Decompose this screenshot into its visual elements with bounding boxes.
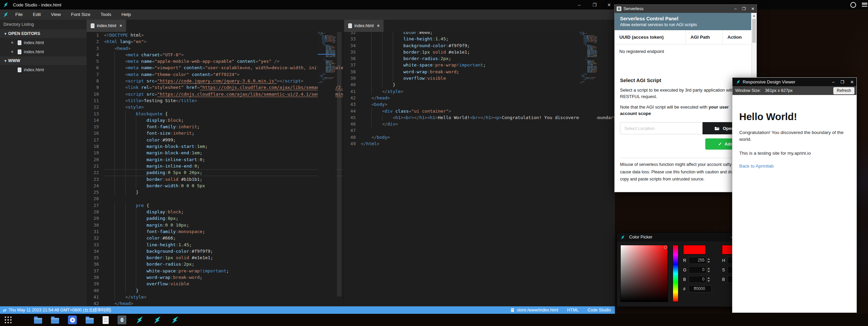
stepper-icon[interactable] [707, 277, 710, 282]
minimap[interactable]: <!DOCTYPE html><html lang="en"> <head> <… [579, 32, 597, 306]
code-studio-logo-icon[interactable] [135, 315, 144, 324]
restore-button[interactable]: ❐ [589, 0, 600, 9]
serverless-app-icon[interactable]: 0 [118, 315, 126, 324]
code-line: 32 color:#666; [87, 235, 343, 241]
code-view[interactable]: 1<!DOCTYPE html>2<html lang="en">3 <head… [87, 32, 343, 306]
app-grid-icon[interactable] [5, 317, 12, 323]
current-color-swatch [683, 245, 706, 254]
code-line: 31 font-family:monospace; [87, 228, 343, 235]
code-line: 8 <script src="https://code.jquery.com/j… [87, 78, 343, 84]
maximize-button[interactable]: ❐ [840, 80, 844, 84]
code-line: 32 color:#666; [343, 32, 615, 36]
testing-site-paragraph: This is a testing site for my.aprint.io [739, 150, 850, 157]
close-icon[interactable]: × [11, 40, 16, 45]
close-icon[interactable]: × [377, 23, 379, 28]
line-number: 10 [87, 91, 104, 97]
minimap[interactable]: <!DOCTYPE html><html lang="en"> <head> <… [318, 32, 335, 306]
line-number: 42 [87, 300, 104, 306]
sidebar-section-open-editors[interactable]: ▾ OPEN EDITORS [0, 29, 87, 38]
stepper-icon[interactable] [707, 268, 710, 272]
menu-font-size[interactable]: Font Size [66, 9, 95, 20]
line-number: 17 [87, 137, 104, 143]
select-agi-script-title: Select AGI Script [620, 77, 746, 83]
menu-view[interactable]: View [46, 9, 66, 20]
code-studio-logo-icon[interactable] [153, 315, 162, 324]
document-icon[interactable] [103, 316, 109, 324]
code-line: 34 background-color:#f9f9f9; [343, 42, 615, 49]
code-line: 35 border:1px solid #e1e1e1; [87, 254, 343, 261]
minimize-button[interactable]: – [832, 80, 834, 84]
window-size-value: 361px x 627px [765, 88, 793, 93]
scrollbar-thumb[interactable] [752, 19, 756, 43]
close-icon[interactable]: × [120, 23, 122, 28]
line-number: 28 [87, 209, 104, 215]
close-button[interactable]: ✕ [603, 0, 615, 9]
open-editor-item[interactable]: × index.html [0, 38, 87, 47]
saturation-value-picker[interactable] [620, 245, 668, 302]
serverless-title-bar[interactable]: 0 Serverless – ❐ ✕ [615, 5, 757, 13]
hue-slider[interactable] [673, 245, 678, 302]
menu-help[interactable]: Help [117, 9, 136, 20]
code-line: 45 <h1><br></h1><h1>Hello World!<br></h1… [343, 114, 615, 121]
language-mode[interactable]: HTML [567, 308, 579, 312]
responsive-viewer-title-bar[interactable]: Responsive Design Viewer – ❐ ✕ [732, 78, 856, 86]
green-value-field[interactable]: 0 [689, 266, 706, 273]
refresh-button[interactable]: Refresh [833, 87, 854, 94]
status-bar: ⇄ Thu May 11 2023 21:54:48 GMT+0800 (台北標… [0, 306, 615, 314]
tree-item-index-html[interactable]: index.html [0, 65, 87, 74]
menu-edit[interactable]: Edit [28, 9, 46, 20]
code-line: 26 [87, 195, 343, 202]
sidebar: Directory Listing ▾ OPEN EDITORS × index… [0, 20, 87, 306]
code-line: 23 border:solid #b1b1b1; [87, 176, 343, 183]
folder-icon[interactable] [51, 318, 59, 324]
folder-icon[interactable] [34, 318, 42, 324]
close-icon[interactable]: × [11, 49, 16, 54]
code-line: 15 font-family:inherit; [87, 123, 343, 130]
code-studio-logo-icon[interactable] [171, 315, 179, 324]
open-editor-item[interactable]: × index.html [0, 47, 87, 56]
minimize-button[interactable]: – [734, 6, 737, 11]
stepper-icon[interactable] [707, 258, 710, 263]
code-line: 40 } [87, 287, 343, 294]
sidebar-section-www[interactable]: ▾ WWW [0, 56, 87, 65]
picker-cursor[interactable] [664, 246, 667, 249]
code-line: 17 color:#999; [87, 137, 343, 143]
line-number: 41 [87, 294, 104, 300]
line-number: 9 [87, 84, 104, 91]
file-path[interactable]: store:/www/index.html [517, 308, 558, 312]
code-line: 41 </style> [343, 88, 615, 95]
blue-value-field[interactable]: 0 [689, 276, 706, 283]
tab-index-html-pane2[interactable]: index.html × [344, 20, 384, 32]
scroll-up-icon[interactable]: ▲ [751, 14, 757, 17]
code-line: 48 </body> [343, 134, 615, 140]
media-folder-icon[interactable] [68, 315, 77, 324]
menu-file[interactable]: File [10, 9, 28, 20]
tab-index-html-pane1[interactable]: index.html × [87, 20, 126, 32]
hamburger-menu-icon[interactable] [859, 0, 868, 9]
menu-tools[interactable]: Tools [95, 9, 117, 20]
close-button[interactable]: ✕ [751, 6, 755, 11]
line-number: 23 [87, 176, 104, 183]
maximize-button[interactable]: ❐ [742, 6, 746, 11]
folder-icon[interactable] [86, 318, 94, 324]
code-line: 36 border-radius:2px; [87, 261, 343, 267]
editor-pane-2[interactable]: 32 color:#666;33 line-height:1.45;34 bac… [343, 32, 615, 306]
script-location-input[interactable] [620, 122, 703, 134]
line-number: 43 [343, 101, 361, 108]
scrollbar[interactable] [337, 32, 341, 296]
code-line: 14 display:block; [87, 117, 343, 123]
close-button[interactable]: ✕ [850, 80, 854, 84]
code-line: 19 margin-block-end:1em; [87, 150, 343, 156]
line-number: 48 [343, 134, 361, 140]
code-line: 27 pre { [87, 202, 343, 209]
file-name: index.html [24, 49, 44, 54]
file-icon [348, 23, 352, 28]
line-number: 40 [87, 287, 104, 294]
back-to-aprintlab-link[interactable]: Back to Aprintlab [739, 164, 774, 169]
red-value-field[interactable]: 255 [689, 257, 706, 264]
line-number: 14 [87, 117, 104, 123]
hex-value-field[interactable]: ff0000 [689, 285, 712, 292]
editor-pane-1[interactable]: 1<!DOCTYPE html>2<html lang="en">3 <head… [87, 32, 343, 306]
code-view[interactable]: 32 color:#666;33 line-height:1.45;34 bac… [343, 32, 615, 306]
minimize-button[interactable]: – [573, 0, 585, 9]
